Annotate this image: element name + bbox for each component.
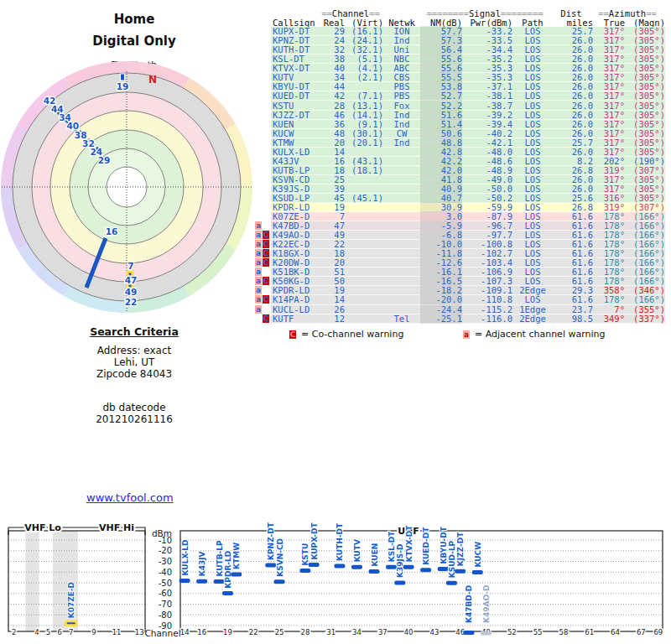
co-channel-icon: C bbox=[263, 277, 269, 285]
station-bar bbox=[274, 579, 285, 584]
station-bar bbox=[386, 565, 397, 569]
adjacent-channel-legend: a = Adjacent channel warning bbox=[463, 329, 606, 340]
south-cluster-label: 7 bbox=[127, 261, 133, 271]
warning-gutter: a bbox=[253, 305, 269, 314]
south-cluster-label: 47 bbox=[125, 275, 138, 285]
north-station-marker bbox=[121, 74, 125, 80]
station-marker: KPNZ-DT bbox=[265, 522, 276, 567]
cell-real: 12 bbox=[321, 314, 345, 324]
station-bar bbox=[65, 621, 76, 626]
warning-gutter bbox=[253, 138, 269, 147]
station-marker: KSL-DT bbox=[386, 531, 397, 569]
co-channel-icon: C bbox=[263, 231, 269, 239]
channel-tick-label: 58 bbox=[559, 628, 569, 636]
channel-tick-label: 37 bbox=[378, 628, 388, 636]
co-channel-legend: C = Co-channel warning bbox=[289, 329, 403, 340]
station-marker: K43JV bbox=[196, 551, 207, 583]
channel-tick-label: 28 bbox=[300, 628, 309, 636]
adjacent-channel-icon: a bbox=[255, 258, 262, 267]
cell-callsign: KUTF bbox=[271, 314, 321, 324]
station-label: K43JV bbox=[198, 551, 206, 576]
cell-dist_miles: 98.5 bbox=[553, 314, 593, 324]
warning-gutter bbox=[253, 111, 269, 119]
station-marker: KTVX-DT bbox=[403, 525, 414, 569]
adjacent-channel-icon: a bbox=[255, 305, 262, 314]
cell-azimuth_magn: (337°) bbox=[625, 314, 665, 324]
station-bar bbox=[214, 579, 225, 584]
station-bar bbox=[446, 581, 457, 585]
station-marker: KULX-LD bbox=[179, 539, 190, 583]
station-label: KUED-DT bbox=[422, 527, 430, 565]
vhf-shaded-band bbox=[25, 531, 39, 631]
dbm-tick-label: -60 bbox=[159, 589, 172, 598]
channel-tick-label: 64 bbox=[611, 628, 620, 636]
warning-gutter: C bbox=[253, 314, 269, 323]
station-label: KUPX-DT bbox=[310, 522, 319, 559]
station-bar bbox=[222, 591, 233, 595]
cell-netwk: Tel bbox=[383, 314, 420, 324]
station-label: KPDR-LD bbox=[224, 551, 232, 589]
warning-gutter bbox=[253, 91, 269, 100]
spectrum-chart: -10-20-30-40-50-60-70-80-90dBmVHF LoVHF … bbox=[0, 520, 671, 644]
adjacent-channel-icon: a bbox=[255, 249, 262, 257]
adjacent-channel-icon: a bbox=[463, 330, 470, 339]
station-label: KULX-LD bbox=[181, 539, 190, 575]
cell-path: 2Edge bbox=[512, 314, 553, 324]
station-bar bbox=[438, 567, 449, 571]
warning-gutter: aC bbox=[253, 249, 269, 257]
south-cluster-label: 22 bbox=[125, 297, 138, 307]
station-bar bbox=[334, 564, 345, 569]
channel-tick-label: 61 bbox=[585, 628, 594, 636]
channel-tick-label: 9 bbox=[91, 628, 96, 636]
south-line-label: 16 bbox=[106, 226, 118, 236]
dbm-tick-label: -70 bbox=[159, 600, 172, 609]
vhf-hi-label: VHF Hi bbox=[99, 522, 134, 533]
north-label: N bbox=[148, 74, 157, 86]
channel-tick-label: 2 bbox=[12, 628, 16, 636]
table-header-groups: ==Channel== ========Signal======== Dist … bbox=[271, 8, 665, 18]
dbm-tick-label: -20 bbox=[159, 546, 172, 555]
channel-tick-label: 34 bbox=[352, 628, 362, 636]
station-label: K49AO-D bbox=[482, 585, 491, 624]
station-bar bbox=[231, 572, 242, 576]
station-bar bbox=[265, 563, 276, 567]
channel-tick-label: 67 bbox=[637, 628, 646, 636]
channel-tick-label: 22 bbox=[249, 628, 258, 636]
db-datecode-label: db datecode bbox=[50, 402, 218, 413]
nw-channel-label: 29 bbox=[98, 155, 111, 165]
station-label: K47BD-D bbox=[465, 585, 473, 623]
cell-pwr_dbm: -116.0 bbox=[462, 314, 512, 324]
south-cluster-label: 49 bbox=[125, 287, 138, 297]
station-bar bbox=[394, 581, 405, 585]
channel-tick-label: 6 bbox=[57, 628, 61, 636]
cell-netwk: Ind bbox=[383, 138, 420, 148]
station-label: KUTH-DT bbox=[336, 522, 344, 561]
warning-gutter bbox=[253, 64, 269, 72]
station-marker: KUEN bbox=[369, 543, 380, 574]
warning-gutter bbox=[253, 73, 269, 81]
station-label: KUCW bbox=[474, 542, 482, 568]
adjacent-channel-icon: a bbox=[255, 286, 262, 294]
station-label: KBYU-DT bbox=[440, 526, 448, 564]
station-label: KPNZ-DT bbox=[267, 522, 275, 560]
warning-gutter: a bbox=[253, 267, 269, 276]
channel-tick-label: 46 bbox=[455, 628, 465, 636]
station-marker: KUED-DT bbox=[420, 527, 431, 573]
dbm-tick-label: -50 bbox=[159, 579, 172, 588]
channel-tick-label: 69 bbox=[653, 628, 663, 636]
station-bar bbox=[179, 579, 190, 583]
station-bar bbox=[369, 569, 380, 574]
station-bar bbox=[481, 631, 492, 636]
warning-gutter bbox=[253, 45, 269, 54]
search-city: Lehi, UT bbox=[50, 356, 218, 368]
station-marker: KSTU bbox=[299, 543, 310, 573]
cell-nm_db: -25.1 bbox=[420, 314, 462, 324]
cell-virt: (2.1) bbox=[345, 72, 383, 82]
warning-gutter bbox=[253, 101, 269, 109]
station-marker: K39JS-D bbox=[394, 543, 405, 584]
cell-virt: (18.1) bbox=[345, 165, 383, 175]
warning-gutter: a bbox=[253, 221, 269, 230]
station-marker: KUTV bbox=[351, 539, 362, 569]
tvfool-link[interactable]: www.tvfool.com bbox=[86, 491, 174, 504]
channel-tick-label: 52 bbox=[507, 628, 517, 636]
